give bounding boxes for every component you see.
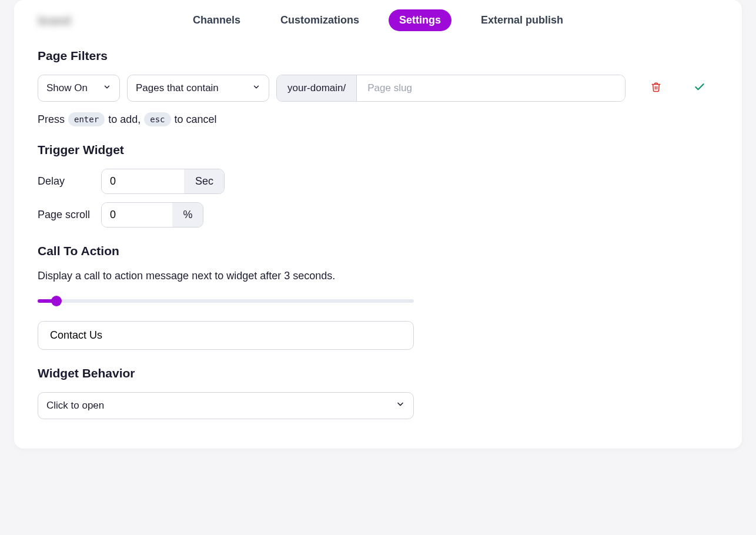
page-filters-row: Show On Pages that contain your-domain/	[38, 75, 718, 102]
cta-title: Call To Action	[38, 244, 718, 258]
page-scroll-input-group: %	[101, 202, 203, 228]
confirm-button[interactable]	[690, 79, 709, 98]
delete-button[interactable]	[647, 79, 665, 98]
esc-key: esc	[144, 112, 170, 126]
domain-prefix: your-domain/	[277, 75, 357, 101]
slider-track	[38, 299, 414, 303]
delay-unit: Sec	[184, 169, 224, 193]
cta-description: Display a call to action message next to…	[38, 270, 718, 282]
page-scroll-input[interactable]	[102, 203, 172, 227]
hint-text: to add,	[108, 113, 141, 126]
chevron-down-icon	[103, 82, 111, 94]
tab-settings[interactable]: Settings	[389, 9, 451, 31]
page-scroll-label: Page scroll	[38, 209, 101, 221]
trigger-widget-title: Trigger Widget	[38, 143, 718, 157]
delay-input[interactable]	[102, 169, 184, 193]
page-scroll-unit: %	[172, 203, 203, 227]
brand-logo: brand	[38, 14, 109, 35]
page-scroll-row: Page scroll %	[38, 202, 718, 228]
cta-slider[interactable]	[38, 295, 414, 307]
widget-behavior-value: Click to open	[46, 400, 104, 411]
tabs: Channels Customizations Settings Externa…	[38, 0, 718, 49]
delay-input-group: Sec	[101, 169, 225, 194]
delay-label: Delay	[38, 175, 101, 188]
widget-behavior-select[interactable]: Click to open	[38, 392, 414, 419]
page-slug-input[interactable]	[357, 75, 625, 101]
domain-input-group: your-domain/	[276, 75, 625, 102]
hint-text: Press	[38, 113, 65, 126]
page-filters-title: Page Filters	[38, 49, 718, 63]
check-icon	[694, 81, 705, 95]
condition-value: Pages that contain	[136, 82, 219, 93]
condition-select[interactable]: Pages that contain	[127, 75, 269, 102]
tab-channels[interactable]: Channels	[182, 9, 251, 31]
page-filters-hint: Press enter to add, esc to cancel	[38, 112, 718, 126]
show-on-value: Show On	[46, 82, 88, 93]
tab-customizations[interactable]: Customizations	[270, 9, 370, 31]
enter-key: enter	[68, 112, 105, 126]
cta-message-input[interactable]	[38, 321, 414, 350]
hint-text: to cancel	[175, 113, 217, 126]
widget-behavior-title: Widget Behavior	[38, 366, 718, 380]
trash-icon	[651, 82, 661, 95]
show-on-select[interactable]: Show On	[38, 75, 120, 102]
chevron-down-icon	[396, 400, 405, 412]
delay-row: Delay Sec	[38, 169, 718, 194]
tab-external-publish[interactable]: External publish	[470, 9, 574, 31]
chevron-down-icon	[252, 82, 260, 94]
slider-thumb[interactable]	[51, 296, 62, 306]
